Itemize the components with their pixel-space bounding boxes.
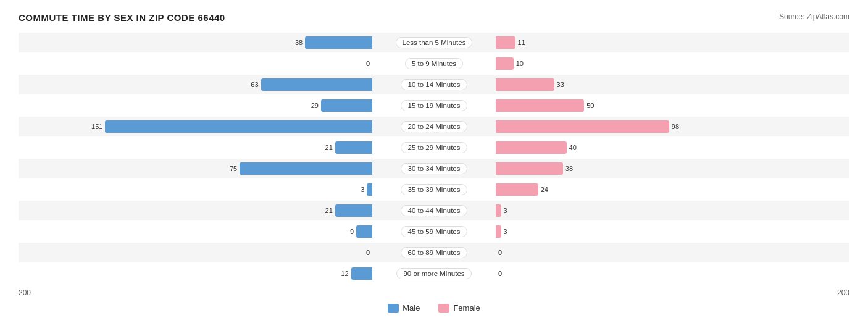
female-bar bbox=[496, 204, 501, 217]
left-side: 0 bbox=[19, 54, 372, 73]
male-value: 75 bbox=[230, 165, 237, 172]
female-value: 38 bbox=[565, 165, 573, 172]
row-label: 30 to 34 Minutes bbox=[401, 163, 467, 174]
left-side: 3 bbox=[19, 180, 372, 199]
female-value: 50 bbox=[586, 102, 594, 109]
male-value: 151 bbox=[91, 123, 102, 130]
legend: Male Female bbox=[19, 303, 849, 313]
left-side: 75 bbox=[19, 159, 372, 178]
bar-container: 9 45 to 59 Minutes 3 bbox=[19, 222, 849, 241]
right-side: 33 bbox=[496, 75, 849, 94]
table-row: 3 35 to 39 Minutes 24 bbox=[19, 180, 849, 199]
table-row: 0 5 to 9 Minutes 10 bbox=[19, 54, 849, 73]
female-bar bbox=[496, 162, 563, 175]
source-text: Source: ZipAtlas.com bbox=[779, 12, 849, 21]
bar-container: 151 20 to 24 Minutes 98 bbox=[19, 117, 849, 136]
left-side: 151 bbox=[19, 117, 372, 136]
left-side: 12 bbox=[19, 264, 372, 283]
center-label: 90 or more Minutes bbox=[372, 268, 496, 279]
center-label: Less than 5 Minutes bbox=[372, 37, 496, 48]
male-value: 38 bbox=[295, 39, 303, 46]
right-side: 24 bbox=[496, 180, 849, 199]
male-bar bbox=[305, 36, 372, 49]
male-value: 63 bbox=[251, 81, 258, 88]
male-bar bbox=[105, 120, 372, 133]
axis-labels: 200 200 bbox=[19, 288, 849, 297]
male-bar bbox=[240, 162, 372, 175]
left-side: 21 bbox=[19, 201, 372, 220]
row-label: 5 to 9 Minutes bbox=[405, 58, 463, 69]
male-value: 3 bbox=[361, 186, 364, 193]
right-side: 40 bbox=[496, 138, 849, 157]
chart-header: COMMUTE TIME BY SEX IN ZIP CODE 66440 So… bbox=[19, 12, 849, 23]
left-side: 63 bbox=[19, 75, 372, 94]
male-value: 0 bbox=[366, 249, 370, 256]
chart-title: COMMUTE TIME BY SEX IN ZIP CODE 66440 bbox=[19, 12, 225, 23]
table-row: 9 45 to 59 Minutes 3 bbox=[19, 222, 849, 241]
female-bar bbox=[496, 36, 515, 49]
table-row: 21 40 to 44 Minutes 3 bbox=[19, 201, 849, 220]
table-row: 75 30 to 34 Minutes 38 bbox=[19, 159, 849, 178]
male-legend-label: Male bbox=[403, 303, 420, 313]
row-label: 20 to 24 Minutes bbox=[401, 121, 467, 132]
chart-wrapper: COMMUTE TIME BY SEX IN ZIP CODE 66440 So… bbox=[19, 12, 849, 313]
bar-container: 38 Less than 5 Minutes 11 bbox=[19, 33, 849, 52]
male-bar bbox=[367, 183, 372, 196]
male-value: 21 bbox=[325, 207, 333, 214]
right-side: 3 bbox=[496, 201, 849, 220]
table-row: 12 90 or more Minutes 0 bbox=[19, 264, 849, 283]
table-row: 63 10 to 14 Minutes 33 bbox=[19, 75, 849, 94]
center-label: 40 to 44 Minutes bbox=[372, 205, 496, 216]
table-row: 21 25 to 29 Minutes 40 bbox=[19, 138, 849, 157]
right-side: 11 bbox=[496, 33, 849, 52]
center-label: 30 to 34 Minutes bbox=[372, 163, 496, 174]
right-side: 0 bbox=[496, 264, 849, 283]
male-value: 9 bbox=[350, 228, 354, 235]
row-label: 35 to 39 Minutes bbox=[401, 184, 467, 195]
female-value: 0 bbox=[498, 249, 502, 256]
axis-left-label: 200 bbox=[19, 288, 31, 297]
center-label: 20 to 24 Minutes bbox=[372, 121, 496, 132]
table-row: 38 Less than 5 Minutes 11 bbox=[19, 33, 849, 52]
row-label: Less than 5 Minutes bbox=[396, 37, 473, 48]
female-value: 33 bbox=[557, 81, 564, 88]
center-label: 10 to 14 Minutes bbox=[372, 79, 496, 90]
center-label: 45 to 59 Minutes bbox=[372, 226, 496, 237]
male-bar bbox=[356, 225, 372, 238]
female-bar bbox=[496, 78, 554, 91]
center-label: 35 to 39 Minutes bbox=[372, 184, 496, 195]
female-bar bbox=[496, 141, 567, 154]
female-value: 40 bbox=[569, 144, 577, 151]
legend-female: Female bbox=[438, 303, 480, 313]
row-label: 45 to 59 Minutes bbox=[401, 226, 467, 237]
bar-container: 3 35 to 39 Minutes 24 bbox=[19, 180, 849, 199]
female-value: 3 bbox=[504, 207, 507, 214]
male-value: 12 bbox=[341, 270, 348, 277]
right-side: 0 bbox=[496, 243, 849, 262]
bar-container: 0 5 to 9 Minutes 10 bbox=[19, 54, 849, 73]
female-value: 24 bbox=[541, 186, 548, 193]
left-side: 29 bbox=[19, 96, 372, 115]
bar-container: 12 90 or more Minutes 0 bbox=[19, 264, 849, 283]
bar-container: 21 40 to 44 Minutes 3 bbox=[19, 201, 849, 220]
female-legend-label: Female bbox=[453, 303, 480, 313]
legend-male: Male bbox=[388, 303, 420, 313]
right-side: 50 bbox=[496, 96, 849, 115]
female-value: 11 bbox=[518, 39, 525, 46]
center-label: 15 to 19 Minutes bbox=[372, 100, 496, 111]
right-side: 38 bbox=[496, 159, 849, 178]
center-label: 25 to 29 Minutes bbox=[372, 142, 496, 153]
chart-area: 38 Less than 5 Minutes 11 0 5 to 9 Minut… bbox=[19, 33, 849, 283]
left-side: 0 bbox=[19, 243, 372, 262]
right-side: 10 bbox=[496, 54, 849, 73]
left-side: 38 bbox=[19, 33, 372, 52]
left-side: 9 bbox=[19, 222, 372, 241]
center-label: 60 to 89 Minutes bbox=[372, 247, 496, 258]
row-label: 60 to 89 Minutes bbox=[401, 247, 467, 258]
table-row: 29 15 to 19 Minutes 50 bbox=[19, 96, 849, 115]
row-label: 25 to 29 Minutes bbox=[401, 142, 467, 153]
bar-container: 75 30 to 34 Minutes 38 bbox=[19, 159, 849, 178]
bar-container: 63 10 to 14 Minutes 33 bbox=[19, 75, 849, 94]
row-label: 40 to 44 Minutes bbox=[401, 205, 467, 216]
male-bar bbox=[335, 204, 372, 217]
